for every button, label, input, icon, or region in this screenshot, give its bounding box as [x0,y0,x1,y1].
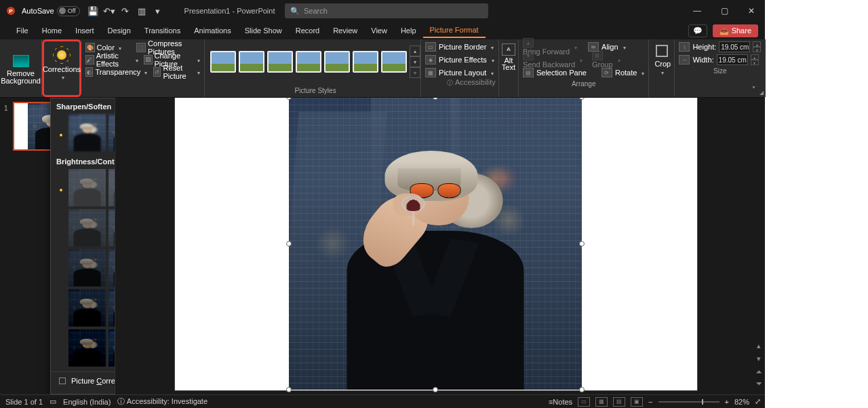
slide-counter[interactable]: Slide 1 of 1 [5,398,43,406]
style-thumb[interactable] [210,51,236,73]
prev-slide-icon[interactable]: ⏶ [755,367,763,375]
width-input[interactable] [717,54,748,65]
correction-preset-thumb[interactable] [108,114,115,151]
tab-animations[interactable]: Animations [187,24,237,37]
scroll-down-icon[interactable]: ▾ [757,354,761,363]
size-launcher[interactable]: ◢ [760,90,764,96]
remove-background-button[interactable]: Remove Background [0,39,42,97]
slide-canvas[interactable]: ▴ ▾ ⏶ ⏷ [115,98,765,394]
maximize-button[interactable]: ▢ [711,0,738,22]
reading-view-button[interactable]: ▤ [613,397,625,407]
picture-border-button[interactable]: ▭Picture Border [425,41,494,52]
ribbon-collapse-button[interactable]: ˅ [747,86,760,93]
tab-transitions[interactable]: Transitions [138,24,187,37]
correction-preset-thumb[interactable] [108,329,115,367]
qat-more-icon[interactable]: ▾ [152,6,164,16]
zoom-out-button[interactable]: − [648,398,652,406]
fit-to-window-button[interactable]: ⤢ [755,397,761,406]
styles-up[interactable]: ▴ [410,45,420,56]
resize-handle[interactable] [579,387,585,392]
notes-button[interactable]: ≡Notes [549,398,572,406]
correction-preset-thumb[interactable] [108,289,115,327]
save-icon[interactable]: 💾 [87,6,99,16]
reset-pic-icon: ↺ [153,67,161,77]
styles-down[interactable]: ▾ [410,56,420,67]
correction-preset-thumb[interactable] [68,249,106,286]
correction-preset-thumb[interactable] [68,209,106,246]
autosave-toggle[interactable]: AutoSave Off [22,6,80,16]
sorter-view-button[interactable]: ▦ [595,397,608,407]
correction-preset-thumb[interactable] [68,289,106,327]
spellcheck-icon[interactable]: ▭ [50,397,56,406]
redo-icon[interactable]: ↷ [119,6,132,16]
minimize-button[interactable]: — [684,0,711,22]
style-thumb[interactable] [239,51,264,73]
style-thumb[interactable] [296,51,321,73]
alt-text-button[interactable]: AAlt Text [499,39,519,97]
alt-text-icon: A [502,43,515,56]
tab-view[interactable]: View [364,24,394,37]
tab-help[interactable]: Help [394,24,423,37]
resize-handle[interactable] [286,387,292,392]
crop-button[interactable]: Crop [649,39,675,97]
correction-preset-thumb[interactable] [68,114,106,151]
sun-icon [54,47,70,63]
tab-record[interactable]: Record [289,24,326,37]
resize-handle[interactable] [579,98,585,100]
comments-button[interactable]: 💬 [688,24,707,37]
height-input[interactable] [719,41,750,52]
picture-layout-button[interactable]: ▦Picture Layout [425,67,494,78]
autosave-state: Off [66,7,78,14]
share-button[interactable]: 📤 Share [713,24,758,37]
correction-preset-thumb[interactable] [108,249,115,286]
tab-design[interactable]: Design [101,24,138,37]
style-thumb[interactable] [381,51,407,73]
gallery-section-brightness: Brightness/Contrast [51,153,115,167]
resize-handle[interactable] [433,387,438,392]
scroll-up-icon[interactable]: ▴ [757,341,761,350]
next-slide-icon[interactable]: ⏷ [755,379,763,388]
correction-preset-thumb[interactable] [108,209,115,246]
spin-up[interactable]: ▴ [751,54,759,60]
undo-icon[interactable]: ↶▾ [103,6,115,16]
spin-up[interactable]: ▴ [753,41,761,47]
send-backward-button[interactable]: ▼Send Backward [523,51,575,69]
accessibility-status[interactable]: ⓘ Accessibility: Investigate [117,396,208,407]
tab-slideshow[interactable]: Slide Show [238,24,289,37]
picture-styles-gallery[interactable]: ▴▾▿ [210,42,420,81]
accessibility-button[interactable]: ⓘ Accessibility [447,78,495,88]
correction-preset-thumb[interactable] [68,329,106,367]
tab-insert[interactable]: Insert [68,24,101,37]
transparency-button[interactable]: ◐Transparency ↺Reset Picture [85,67,200,77]
tab-home[interactable]: Home [35,24,68,37]
corrections-button-highlighted[interactable]: Corrections [42,39,81,97]
remove-bg-icon [13,55,29,67]
styles-more[interactable]: ▿ [410,67,420,78]
height-icon: ↕ [679,42,690,52]
correction-preset-thumb[interactable] [108,169,115,206]
search-box[interactable]: 🔍 Search [285,3,488,18]
tab-picture-format[interactable]: Picture Format [423,23,486,38]
style-thumb[interactable] [267,51,293,73]
spin-down[interactable]: ▾ [753,47,761,52]
zoom-value[interactable]: 82% [734,398,749,406]
resize-handle[interactable] [286,241,292,246]
style-thumb[interactable] [324,51,350,73]
correction-preset-thumb[interactable] [68,169,106,206]
options-label: Picture Corrections Options... [71,377,115,385]
picture-effects-button[interactable]: ◈Picture Effects [425,54,494,65]
normal-view-button[interactable]: ▭ [578,397,590,407]
photo-selected[interactable] [289,98,582,390]
spin-down[interactable]: ▾ [751,60,759,65]
tab-review[interactable]: Review [326,24,364,37]
zoom-slider[interactable] [658,401,719,403]
tab-file[interactable]: File [9,24,35,37]
resize-handle[interactable] [579,241,585,246]
picture-corrections-options[interactable]: Picture Corrections Options... [51,371,115,390]
style-thumb[interactable] [353,51,378,73]
slideshow-view-button[interactable]: ▣ [631,397,643,407]
zoom-in-button[interactable]: + [725,398,729,406]
language-status[interactable]: English (India) [63,398,111,406]
slideshow-start-icon[interactable]: ▥ [136,6,148,16]
close-button[interactable]: ✕ [738,0,765,22]
